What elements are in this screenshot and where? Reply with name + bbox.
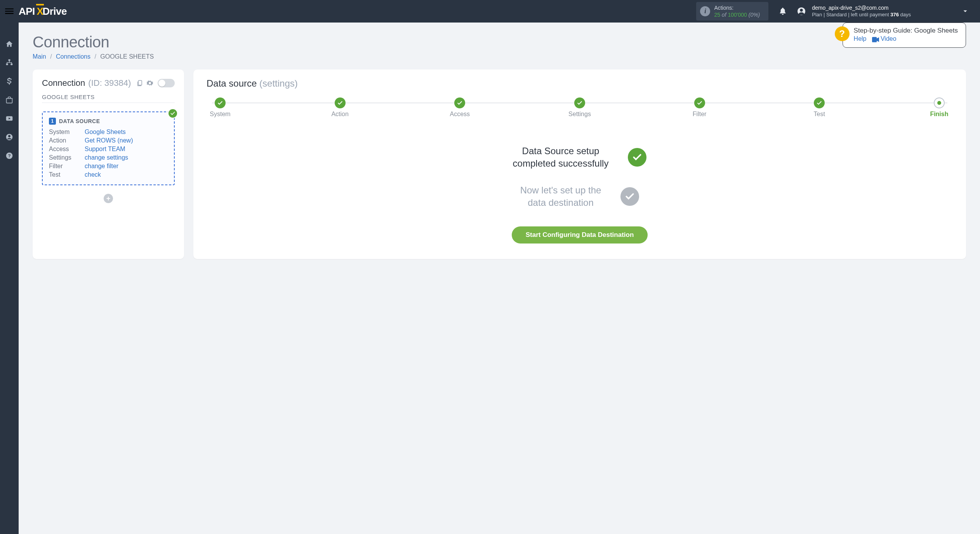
logo[interactable]: API XDrive	[19, 5, 67, 17]
step-settings[interactable]: Settings	[566, 97, 593, 118]
menu-toggle[interactable]	[0, 7, 19, 16]
nav-billing[interactable]	[0, 76, 19, 86]
breadcrumb: Main / Connections / GOOGLE SHEETS	[33, 53, 966, 60]
connection-toggle[interactable]	[158, 79, 175, 87]
svg-text:?: ?	[8, 153, 10, 158]
ds-heading: Data source	[207, 78, 257, 89]
wizard-steps: System Action Access Settings Filter Tes…	[207, 97, 953, 118]
actions-label: Actions:	[714, 4, 760, 11]
row-system-label: System	[49, 129, 85, 136]
guide-box: ? Step-by-step Guide: Google Sheets Help…	[835, 23, 966, 48]
actions-of: of	[722, 12, 726, 18]
copy-icon[interactable]	[136, 80, 143, 87]
ds-number-badge: 1	[49, 118, 56, 125]
data-source-settings-card: Data source (settings) System Action Acc…	[193, 70, 966, 259]
user-block[interactable]: demo_apix-drive_s2@com.com Plan | Standa…	[812, 4, 911, 18]
row-access-value[interactable]: Support TEAM	[85, 146, 168, 153]
row-filter-value[interactable]: change filter	[85, 163, 168, 170]
connection-title: Connection	[42, 78, 85, 88]
user-email: demo_apix-drive_s2@com.com	[812, 4, 911, 11]
nav-help[interactable]: ?	[0, 151, 19, 161]
svg-rect-2	[5, 13, 14, 14]
crumb-connections[interactable]: Connections	[56, 53, 90, 60]
question-icon: ?	[835, 26, 850, 41]
guide-help-link[interactable]: Help	[854, 35, 867, 42]
main-content: Connection Main / Connections / GOOGLE S…	[19, 23, 980, 534]
data-source-box[interactable]: 1 DATA SOURCE System Google Sheets Actio…	[42, 111, 175, 185]
connection-subtitle: GOOGLE SHEETS	[42, 94, 175, 103]
svg-rect-1	[5, 11, 14, 12]
svg-rect-14	[139, 80, 142, 85]
crumb-main[interactable]: Main	[33, 53, 46, 60]
gear-icon[interactable]	[146, 80, 153, 87]
bell-icon[interactable]	[777, 5, 789, 17]
row-settings-value[interactable]: change settings	[85, 154, 168, 161]
svg-rect-0	[5, 9, 14, 9]
next-step-row: Now let's set up the data destination	[207, 184, 953, 209]
svg-point-10	[8, 135, 10, 137]
nav-connections[interactable]	[0, 57, 19, 68]
row-action-label: Action	[49, 137, 85, 144]
check-icon	[168, 108, 178, 118]
step-system[interactable]: System	[207, 97, 234, 118]
row-settings-label: Settings	[49, 154, 85, 161]
video-camera-icon	[872, 36, 879, 43]
ds-title: DATA SOURCE	[59, 118, 100, 124]
row-system-value[interactable]: Google Sheets	[85, 129, 168, 136]
ds-heading-sub: (settings)	[259, 78, 298, 89]
user-icon-header[interactable]	[796, 5, 807, 17]
svg-rect-6	[6, 64, 8, 65]
nav-tools[interactable]	[0, 95, 19, 105]
sidebar: ?	[0, 23, 19, 534]
row-test-label: Test	[49, 171, 85, 178]
actions-limit: 100'000	[728, 12, 747, 18]
svg-rect-5	[9, 59, 10, 61]
start-configuring-button[interactable]: Start Configuring Data Destination	[512, 226, 648, 244]
step-access[interactable]: Access	[446, 97, 473, 118]
step-test[interactable]: Test	[806, 97, 833, 118]
page-title: Connection	[33, 33, 966, 51]
step-filter[interactable]: Filter	[686, 97, 713, 118]
chevron-down-icon[interactable]	[957, 8, 973, 15]
add-destination-button[interactable]: +	[104, 194, 113, 203]
guide-video-link[interactable]: Video	[881, 35, 897, 42]
connection-id: (ID: 39384)	[88, 78, 131, 88]
row-test-value[interactable]: check	[85, 171, 168, 178]
nav-video[interactable]	[0, 113, 19, 123]
svg-rect-7	[10, 64, 12, 65]
nav-home[interactable]	[0, 39, 19, 49]
actions-count: 25	[714, 12, 720, 18]
connection-card: Connection (ID: 39384) GOOGLE SHEETS 1 D…	[33, 70, 184, 259]
svg-point-4	[800, 9, 803, 12]
nav-account[interactable]	[0, 132, 19, 142]
pending-check-icon	[620, 187, 639, 206]
success-check-icon	[628, 148, 646, 167]
finish-success-row: Data Source setup completed successfully	[207, 145, 953, 170]
row-filter-label: Filter	[49, 163, 85, 170]
actions-counter[interactable]: i Actions: 25 of 100'000 (0%)	[696, 2, 768, 21]
top-header: API XDrive i Actions: 25 of 100'000 (0%)…	[0, 0, 980, 23]
step-action[interactable]: Action	[327, 97, 354, 118]
info-icon: i	[700, 6, 710, 16]
svg-rect-13	[872, 37, 877, 42]
crumb-current: GOOGLE SHEETS	[100, 53, 154, 60]
actions-pct: (0%)	[749, 12, 760, 18]
row-action-value[interactable]: Get ROWS (new)	[85, 137, 168, 144]
guide-title: Step-by-step Guide: Google Sheets	[854, 27, 958, 35]
step-finish[interactable]: Finish	[926, 97, 953, 118]
row-access-label: Access	[49, 146, 85, 153]
